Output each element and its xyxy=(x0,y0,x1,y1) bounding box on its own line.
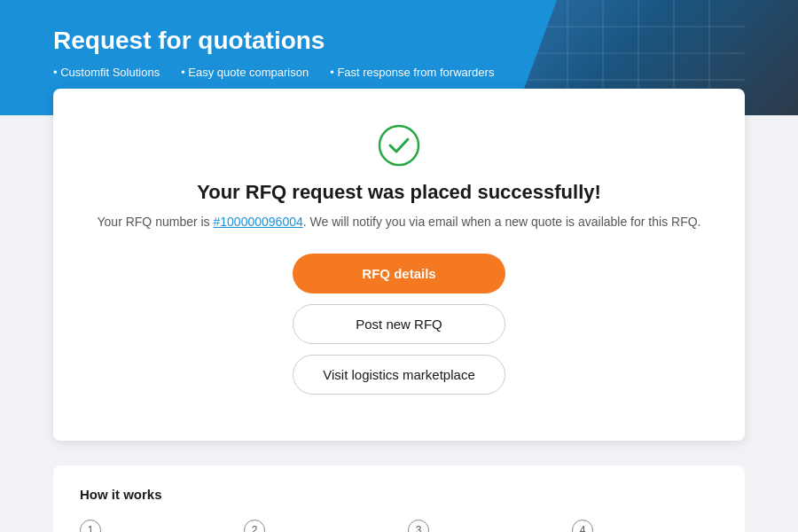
description-suffix: . We will notify you via email when a ne… xyxy=(303,215,701,229)
success-icon xyxy=(378,124,420,167)
steps-container: 1 Fill in and submit request To receive … xyxy=(80,520,718,532)
step-1: 1 Fill in and submit request To receive … xyxy=(80,520,226,532)
hero-features: Customfit Solutions Easy quote compariso… xyxy=(53,66,745,79)
feature-2: Easy quote comparison xyxy=(181,66,309,79)
step-4-number: 4 xyxy=(572,520,593,532)
step-4: 4 Place your order Once you have reached… xyxy=(572,520,718,532)
step-3: 3 Compare and select quotes Compare quot… xyxy=(408,520,554,532)
success-card: Your RFQ request was placed successfully… xyxy=(53,89,745,441)
post-new-rfq-button[interactable]: Post new RFQ xyxy=(293,304,505,344)
feature-3: Fast response from forwarders xyxy=(330,66,494,79)
success-title: Your RFQ request was placed successfully… xyxy=(80,181,718,204)
success-description: Your RFQ number is #100000096004. We wil… xyxy=(80,215,718,229)
rfq-details-button[interactable]: RFQ details xyxy=(293,254,505,293)
how-it-works-section: How it works 1 Fill in and submit reques… xyxy=(53,466,745,532)
how-it-works-title: How it works xyxy=(80,487,718,502)
step-2-number: 2 xyxy=(244,520,265,532)
description-prefix: Your RFQ number is xyxy=(98,215,214,229)
step-2: 2 Waiting for forwarders' quotes You wil… xyxy=(244,520,390,532)
rfq-number-link[interactable]: #100000096004 xyxy=(214,215,303,229)
feature-1: Customfit Solutions xyxy=(53,66,160,79)
page-title: Request for quotations xyxy=(53,27,745,55)
step-1-number: 1 xyxy=(80,520,101,532)
svg-point-8 xyxy=(379,126,419,165)
main-content: Your RFQ request was placed successfully… xyxy=(0,89,798,532)
visit-marketplace-button[interactable]: Visit logistics marketplace xyxy=(293,355,505,395)
step-3-number: 3 xyxy=(408,520,429,532)
